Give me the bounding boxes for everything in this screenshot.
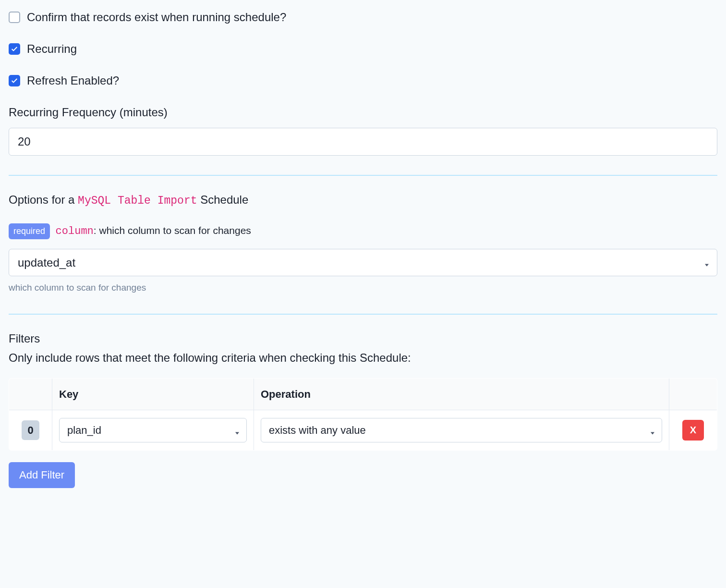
filters-table: Key Operation 0 plan_id [9,378,717,451]
filters-desc: Only include rows that meet the followin… [9,349,717,367]
filter-operation-select[interactable]: exists with any value [261,418,662,442]
index-header [9,379,52,410]
column-help-text: which column to scan for changes [9,281,717,295]
refresh-enabled-checkbox[interactable] [9,75,20,86]
column-option-row: required column: which column to scan fo… [9,223,717,239]
options-heading: Options for a MySQL Table Import Schedul… [9,191,717,209]
required-badge: required [9,223,50,239]
recurring-frequency-input[interactable] [9,128,717,156]
options-suffix: Schedule [197,193,249,206]
check-icon [11,45,18,53]
recurring-checkbox[interactable] [9,43,20,55]
confirm-records-label: Confirm that records exist when running … [27,9,286,26]
filter-key-select[interactable]: plan_id [59,418,247,442]
confirm-records-checkbox[interactable] [9,12,20,23]
options-code: MySQL Table Import [78,195,197,207]
recurring-label: Recurring [27,40,77,58]
action-header [669,379,717,410]
check-icon [11,77,18,85]
recurring-frequency-label: Recurring Frequency (minutes) [9,104,717,121]
row-index-badge: 0 [22,420,39,440]
filters-title: Filters [9,330,717,347]
options-prefix: Options for a [9,193,78,206]
add-filter-button[interactable]: Add Filter [9,462,75,488]
delete-filter-button[interactable]: X [682,420,704,441]
refresh-enabled-label: Refresh Enabled? [27,72,119,89]
key-header: Key [52,379,254,410]
column-code: column [56,225,94,237]
column-desc: : which column to scan for changes [94,225,251,236]
divider [9,175,717,176]
divider [9,314,717,315]
column-select[interactable]: updated_at [9,249,717,276]
operation-header: Operation [254,379,669,410]
table-row: 0 plan_id exists with any value [9,410,717,451]
